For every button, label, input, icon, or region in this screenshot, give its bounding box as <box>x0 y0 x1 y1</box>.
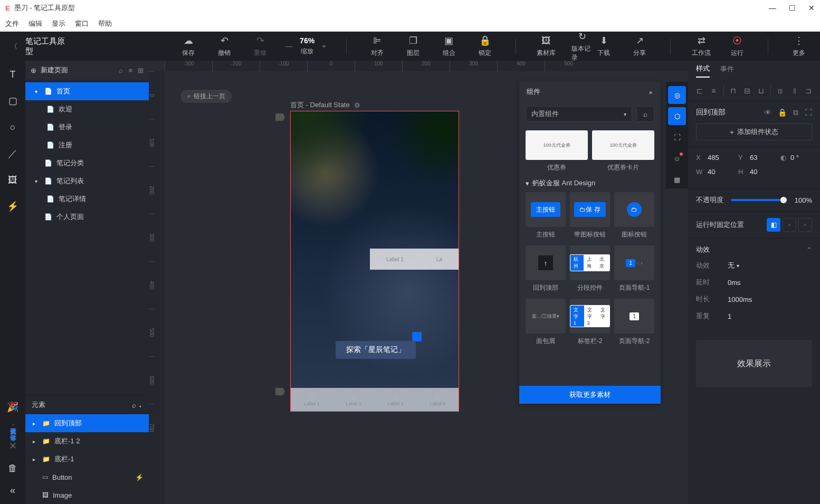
menu-view[interactable]: 显示 <box>52 19 65 28</box>
component-thumb-breadcrumb[interactable]: 面…/三级菜▾ <box>526 299 566 334</box>
more-button[interactable]: ⋮ 更多 <box>788 35 809 58</box>
add-state-button[interactable]: + 添加组件状态 <box>696 123 812 140</box>
gear-icon[interactable]: ⚙ <box>354 101 360 109</box>
component-thumb-primary-button[interactable]: 主按钮 <box>526 192 566 227</box>
page-item-notes-list[interactable]: ▾ 📄 笔记列表 <box>25 172 149 190</box>
component-thumb-backtop[interactable]: ↑ <box>526 245 566 280</box>
visibility-icon[interactable]: 👁 <box>764 108 771 117</box>
workflow-button[interactable]: ⇄ 工作流 <box>691 35 712 58</box>
zoom-in-button[interactable]: + <box>322 42 326 50</box>
image-tool[interactable]: 🖼 <box>7 174 18 186</box>
fix-bottom-option[interactable]: ▫ <box>798 218 812 232</box>
trash-icon[interactable]: 🗑 <box>7 462 18 474</box>
page-item-profile[interactable]: 📄 个人页面 <box>25 208 149 226</box>
component-search-button[interactable]: ⌕ <box>636 106 654 122</box>
chevron-right-icon[interactable]: ▸ <box>650 88 653 96</box>
search-icon[interactable]: ⌕ ▾ <box>132 401 142 409</box>
opacity-value[interactable]: 100% <box>790 196 812 204</box>
component-thumb-icon-button[interactable]: 🗀 保 存 <box>570 192 610 227</box>
animation-preview[interactable]: 效果展示 <box>696 340 812 387</box>
element-item-button[interactable]: ▭ Button ⚡ <box>25 468 149 486</box>
component-category-select[interactable]: 内置组件 ▾ <box>526 106 632 122</box>
promo-close-button[interactable]: ✕ <box>7 440 18 452</box>
menu-edit[interactable]: 编辑 <box>28 19 42 28</box>
page-item-home[interactable]: ▾ 📄 首页 <box>25 82 149 100</box>
align-top-icon[interactable]: ⊓ <box>728 85 738 97</box>
party-icon[interactable]: 🎉 <box>7 401 18 413</box>
group-button[interactable]: ▣ 组合 <box>438 35 460 58</box>
rotation-value[interactable]: 0 ° <box>790 154 799 161</box>
element-item-footer1[interactable]: ▸ 📁 底栏-1 <box>25 450 149 468</box>
assets-button[interactable]: 🖼 素材库 <box>536 35 557 58</box>
window-minimize-button[interactable]: — <box>769 4 776 12</box>
page-item-categories[interactable]: 📄 笔记分类 <box>25 154 149 172</box>
back-button[interactable]: 〈 <box>11 42 17 51</box>
opacity-slider[interactable] <box>731 199 784 201</box>
window-maximize-button[interactable]: ☐ <box>789 4 796 12</box>
distribute-v-icon[interactable]: ⫴ <box>789 85 799 97</box>
component-thumb-pagination-2[interactable]: 1 <box>614 299 654 334</box>
tab-style[interactable]: 样式 <box>696 64 710 78</box>
share-button[interactable]: ↗ 分享 <box>629 35 650 58</box>
page-item-note-detail[interactable]: 📄 笔记详情 <box>25 190 149 208</box>
layer-button[interactable]: ❐ 图层 <box>403 35 424 58</box>
anim-repeat-value[interactable]: 1 <box>728 311 731 321</box>
get-more-assets-button[interactable]: 获取更多素材 <box>519 386 661 404</box>
rail-target-icon[interactable]: ◎ <box>668 86 686 104</box>
tab-events[interactable]: 事件 <box>720 64 734 77</box>
height-value[interactable]: 40 <box>750 168 757 176</box>
page-item-welcome[interactable]: 📄 欢迎 <box>25 100 149 118</box>
rail-emoji-icon[interactable]: ☺ <box>668 149 686 167</box>
text-tool[interactable]: T <box>7 69 18 80</box>
fullscreen-icon[interactable]: ⛶ <box>805 108 812 117</box>
align-left-icon[interactable]: ⊏ <box>694 85 705 97</box>
fix-both-option[interactable]: ◧ <box>767 218 780 232</box>
download-button[interactable]: ⬇ 下载 <box>593 35 614 58</box>
grid-view-icon[interactable]: ⊞ <box>138 66 144 74</box>
list-view-icon[interactable]: ≡ <box>128 66 132 74</box>
save-button[interactable]: ☁ 保存 <box>178 35 199 58</box>
menu-file[interactable]: 文件 <box>5 19 19 28</box>
element-item-backtop[interactable]: ▸ 📁 回到顶部 <box>25 414 149 432</box>
lock-icon[interactable]: 🔒 <box>778 108 787 117</box>
zoom-control[interactable]: 76% 缩放 <box>297 36 318 56</box>
page-item-register[interactable]: 📄 注册 <box>25 136 149 154</box>
run-button[interactable]: ⦿ 运行 <box>727 35 748 58</box>
fix-top-option[interactable]: ▫ <box>783 218 796 232</box>
align-right-icon[interactable]: ⊐ <box>803 85 814 97</box>
component-section-ant[interactable]: ▾ 蚂蚁金服 Ant Design <box>526 178 654 188</box>
component-thumb-segment[interactable]: 杭州上海北京 <box>570 245 610 280</box>
align-bottom-icon[interactable]: ⊔ <box>756 85 766 97</box>
detach-icon[interactable]: ⧉ <box>793 108 798 117</box>
connection-marker[interactable] <box>275 388 285 395</box>
element-item-image[interactable]: 🖼 Image <box>25 486 149 504</box>
pen-tool[interactable]: ／ <box>7 148 18 159</box>
anim-duration-value[interactable]: 1000ms <box>728 294 752 304</box>
device-mockup[interactable]: Label 1 La 探索「星辰笔记」 ☆Label 1 ☆Label 2 ☆L… <box>290 111 459 412</box>
anim-delay-value[interactable]: 0ms <box>728 278 741 287</box>
circle-tool[interactable]: ○ <box>7 121 18 133</box>
page-item-login[interactable]: 📄 登录 <box>25 118 149 136</box>
pos-y-value[interactable]: 63 <box>750 154 757 161</box>
zoom-out-button[interactable]: — <box>285 42 292 50</box>
collapse-icon[interactable]: « <box>7 484 18 496</box>
menu-window[interactable]: 窗口 <box>75 19 89 28</box>
rail-cube-icon[interactable]: ⬡ <box>668 107 686 125</box>
rectangle-tool[interactable]: ▢ <box>7 95 18 107</box>
connection-marker[interactable] <box>275 113 285 121</box>
rail-layout-icon[interactable]: ▦ <box>668 170 686 188</box>
align-middle-icon[interactable]: ⊟ <box>742 85 752 97</box>
add-page-icon[interactable]: ⊕ <box>31 66 36 74</box>
lock-button[interactable]: 🔒 锁定 <box>474 35 495 58</box>
canvas-area[interactable]: -300-200-1000100200300400500 01002003004… <box>149 61 688 504</box>
search-icon[interactable]: ⌕ <box>119 66 123 74</box>
redo-button[interactable]: ↷ 重做 <box>250 35 271 58</box>
distribute-h-icon[interactable]: ⫼ <box>775 85 786 97</box>
animation-section-header[interactable]: 动效 ⌃ <box>688 239 820 261</box>
window-close-button[interactable]: ✕ <box>808 4 815 12</box>
component-thumb-coupon-card[interactable]: 100元代金券 <box>592 130 654 160</box>
pos-x-value[interactable]: 485 <box>708 154 719 161</box>
link-prev-chip[interactable]: 链接上一页 <box>180 90 232 103</box>
component-thumb-tabs[interactable]: 文字1文字2文字 <box>570 299 610 334</box>
component-tool[interactable]: ⚡ <box>7 201 18 212</box>
